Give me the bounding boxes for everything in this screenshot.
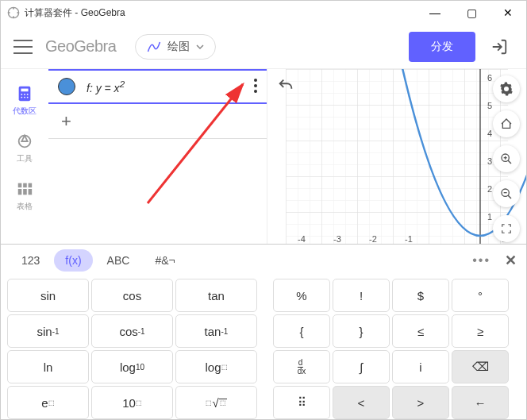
minimize-button[interactable]: —	[417, 1, 453, 25]
sidebar-tab-table[interactable]: 表格	[16, 180, 33, 212]
graphing-icon	[147, 40, 161, 54]
svg-point-1	[13, 8, 14, 10]
key[interactable]: ⠿	[273, 386, 330, 419]
signin-icon	[490, 38, 508, 56]
key[interactable]: ⬚√⬚	[175, 386, 257, 419]
key[interactable]: °	[452, 279, 509, 312]
keyboard-close-button[interactable]: ✕	[505, 252, 517, 269]
svg-point-8	[24, 94, 25, 95]
algebra-view: f: y = x2 +	[48, 69, 267, 244]
main-toolbar: GeoGebra 绘图 分发	[1, 25, 526, 69]
key[interactable]: <	[333, 386, 390, 419]
svg-rect-21	[286, 69, 508, 244]
key[interactable]: sin	[7, 279, 89, 312]
key[interactable]: ∫	[333, 350, 390, 383]
key[interactable]: tan	[175, 279, 257, 312]
menu-button[interactable]	[13, 37, 33, 56]
side-tabs: 代数区 工具 表格	[1, 69, 48, 244]
window-controls: — ▢ ✕	[417, 1, 526, 25]
chevron-down-icon	[196, 43, 204, 51]
calculator-icon	[16, 85, 33, 102]
kb-tab-123[interactable]: 123	[10, 249, 51, 272]
graph-controls	[493, 75, 520, 242]
logo: GeoGebra	[45, 37, 116, 56]
workspace: 代数区 工具 表格 f: y = x2 + -4	[1, 69, 526, 244]
sidebar-tab-label: 表格	[17, 201, 33, 212]
svg-point-2	[17, 12, 18, 13]
tools-icon	[16, 133, 33, 150]
key[interactable]: e⬚	[7, 386, 89, 419]
zoom-out-icon	[500, 187, 513, 200]
settings-button[interactable]	[493, 75, 520, 102]
key[interactable]: ←	[452, 386, 509, 419]
svg-line-37	[508, 160, 511, 164]
zoom-out-button[interactable]	[493, 180, 520, 207]
close-button[interactable]: ✕	[490, 1, 526, 25]
sidebar-tab-label: 工具	[17, 153, 33, 164]
svg-rect-18	[23, 189, 27, 195]
key[interactable]: $	[392, 279, 449, 312]
key[interactable]: cos-1	[91, 314, 173, 348]
row-more-icon[interactable]	[254, 79, 257, 93]
svg-point-12	[27, 97, 29, 98]
graph-canvas[interactable]: -4-3-2-11 654321	[267, 69, 526, 244]
svg-text:3: 3	[487, 156, 492, 166]
key[interactable]: }	[333, 314, 390, 348]
key[interactable]: %	[273, 279, 330, 312]
svg-point-9	[27, 94, 29, 95]
kb-tab-abc[interactable]: ABC	[96, 249, 141, 272]
zoom-in-button[interactable]	[493, 145, 520, 172]
home-button[interactable]	[493, 110, 520, 137]
algebra-add-row[interactable]: +	[48, 104, 267, 139]
signin-button[interactable]	[485, 33, 514, 61]
sidebar-tab-algebra[interactable]: 代数区	[13, 85, 37, 117]
keyboard-grid: sincostan%!$°sin-1cos-1tan-1{}≤≥lnlog10l…	[1, 276, 526, 420]
svg-text:2: 2	[487, 184, 492, 194]
key[interactable]: >	[392, 386, 449, 419]
svg-text:5: 5	[487, 101, 492, 110]
key[interactable]: ddx	[273, 350, 330, 383]
key[interactable]: ⌫	[452, 350, 509, 383]
svg-text:1: 1	[487, 212, 492, 222]
key[interactable]: tan-1	[175, 314, 257, 348]
key[interactable]: i	[392, 350, 449, 383]
key[interactable]: log⬚	[175, 350, 257, 383]
mode-selector[interactable]: 绘图	[135, 34, 216, 60]
key[interactable]: cos	[91, 279, 173, 312]
key[interactable]: !	[333, 279, 390, 312]
key[interactable]: ln	[7, 350, 89, 383]
key[interactable]: 10⬚	[91, 386, 173, 419]
publish-button[interactable]: 分发	[409, 32, 475, 62]
sidebar-tab-tools[interactable]: 工具	[16, 133, 33, 164]
key[interactable]: {	[273, 314, 330, 348]
key[interactable]: ≤	[392, 314, 449, 348]
undo-icon	[277, 77, 294, 94]
svg-text:-3: -3	[333, 234, 341, 244]
svg-point-4	[9, 12, 10, 13]
gear-icon	[499, 82, 514, 96]
kb-tab-symbols[interactable]: #&¬	[144, 249, 186, 272]
object-color-toggle[interactable]	[58, 78, 75, 95]
svg-rect-15	[23, 183, 27, 188]
zoom-in-icon	[500, 152, 513, 165]
keyboard-tabs: 123 f(x) ABC #&¬ ••• ✕	[1, 245, 526, 276]
svg-point-3	[13, 16, 14, 17]
formula-text: f: y = x2	[87, 79, 125, 95]
fullscreen-button[interactable]	[493, 215, 520, 242]
maximize-button[interactable]: ▢	[453, 1, 490, 25]
key[interactable]: ≥	[452, 314, 509, 348]
undo-button[interactable]	[277, 77, 294, 98]
svg-line-40	[508, 195, 511, 198]
algebra-row[interactable]: f: y = x2	[48, 69, 267, 104]
svg-text:6: 6	[487, 73, 492, 83]
keyboard-more-button[interactable]: •••	[472, 253, 490, 268]
key[interactable]: sin-1	[7, 314, 89, 348]
svg-text:-2: -2	[369, 234, 377, 244]
graph-view[interactable]: -4-3-2-11 654321	[267, 69, 526, 244]
svg-point-10	[21, 97, 22, 98]
window-title: 计算器套件 - GeoGebra	[25, 6, 125, 20]
svg-rect-6	[21, 89, 28, 92]
kb-tab-fx[interactable]: f(x)	[54, 249, 92, 272]
key[interactable]: log10	[91, 350, 173, 383]
svg-rect-19	[29, 189, 33, 195]
